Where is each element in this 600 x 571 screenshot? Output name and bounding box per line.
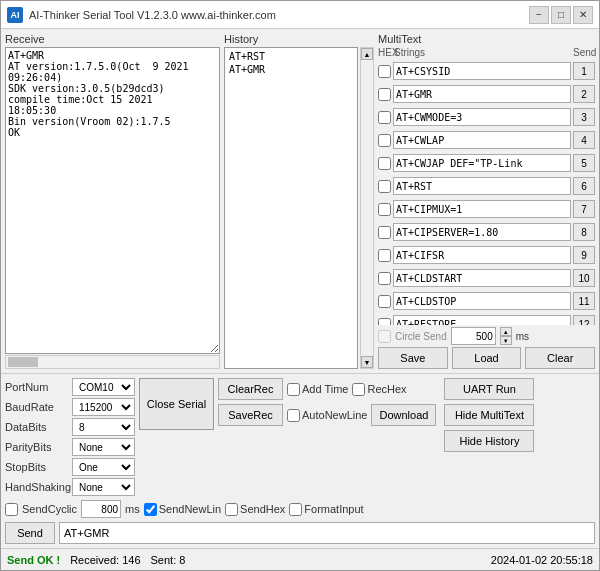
send-ok-status: Send OK ! <box>7 554 60 566</box>
multitext-row-checkbox[interactable] <box>378 318 391 326</box>
download-button[interactable]: Download <box>371 404 436 426</box>
multitext-row-input[interactable] <box>393 108 571 126</box>
hide-multitext-button[interactable]: Hide MultiText <box>444 404 534 426</box>
multitext-row: 3 <box>378 106 595 128</box>
scrollbar-up-btn[interactable]: ▲ <box>361 48 373 60</box>
scrollbar-down-btn[interactable]: ▼ <box>361 356 373 368</box>
paritybits-select[interactable]: None <box>72 438 135 456</box>
multitext-row-send-btn[interactable]: 10 <box>573 269 595 287</box>
format-input-checkbox[interactable] <box>289 503 302 516</box>
multitext-row-send-btn[interactable]: 6 <box>573 177 595 195</box>
cyclic-value-input[interactable] <box>81 500 121 518</box>
multitext-row-send-btn[interactable]: 7 <box>573 200 595 218</box>
send-newlin-checkbox[interactable] <box>144 503 157 516</box>
multitext-row-send-btn[interactable]: 4 <box>573 131 595 149</box>
baudrate-label: BaudRate <box>5 401 70 413</box>
databits-row: DataBits 8 <box>5 418 135 436</box>
history-item[interactable]: AT+RST <box>227 50 355 63</box>
circle-send-label: Circle Send <box>395 331 447 342</box>
addtime-checkbox[interactable] <box>287 383 300 396</box>
multitext-row-input[interactable] <box>393 62 571 80</box>
baudrate-select[interactable]: 115200 <box>72 398 135 416</box>
portnum-select[interactable]: COM10 <box>72 378 135 396</box>
col-strings-header: Strings <box>394 47 571 58</box>
saverec-button[interactable]: SaveRec <box>218 404 283 426</box>
multitext-row-checkbox[interactable] <box>378 295 391 308</box>
multitext-row-checkbox[interactable] <box>378 226 391 239</box>
load-button[interactable]: Load <box>452 347 522 369</box>
send-input[interactable] <box>59 522 595 544</box>
multitext-row: 12 <box>378 313 595 325</box>
circle-send-input[interactable] <box>451 327 496 345</box>
minimize-button[interactable]: − <box>529 6 549 24</box>
multitext-row-input[interactable] <box>393 131 571 149</box>
rechex-checkbox[interactable] <box>352 383 365 396</box>
multitext-row-input[interactable] <box>393 269 571 287</box>
send-hex-checkbox[interactable] <box>225 503 238 516</box>
multitext-row-input[interactable] <box>393 315 571 325</box>
multitext-row-checkbox[interactable] <box>378 88 391 101</box>
multitext-row-send-btn[interactable]: 8 <box>573 223 595 241</box>
close-button[interactable]: ✕ <box>573 6 593 24</box>
handshaking-select[interactable]: None <box>72 478 135 496</box>
multitext-row-input[interactable] <box>393 154 571 172</box>
multitext-row: 5 <box>378 152 595 174</box>
multitext-row-checkbox[interactable] <box>378 157 391 170</box>
multitext-row-send-btn[interactable]: 3 <box>573 108 595 126</box>
multitext-row: 4 <box>378 129 595 151</box>
multitext-row-checkbox[interactable] <box>378 203 391 216</box>
maximize-button[interactable]: □ <box>551 6 571 24</box>
multitext-row-send-btn[interactable]: 5 <box>573 154 595 172</box>
multitext-row-send-btn[interactable]: 12 <box>573 315 595 325</box>
history-scrollbar-v[interactable]: ▲ ▼ <box>360 47 374 369</box>
send-cyclic-label: SendCyclic <box>22 503 77 515</box>
spinner-down[interactable]: ▼ <box>500 336 512 345</box>
app-icon: AI <box>7 7 23 23</box>
autonewline-checkbox[interactable] <box>287 409 300 422</box>
mid-controls: ClearRec Add Time RecHex SaveRec <box>218 378 436 426</box>
multitext-row-send-btn[interactable]: 11 <box>573 292 595 310</box>
multitext-row-checkbox[interactable] <box>378 65 391 78</box>
multitext-row-send-btn[interactable]: 1 <box>573 62 595 80</box>
multitext-row-send-btn[interactable]: 2 <box>573 85 595 103</box>
rechex-label: RecHex <box>367 383 406 395</box>
multitext-row-input[interactable] <box>393 292 571 310</box>
multitext-row-input[interactable] <box>393 246 571 264</box>
databits-select[interactable]: 8 <box>72 418 135 436</box>
save-button[interactable]: Save <box>378 347 448 369</box>
multitext-row: 1 <box>378 60 595 82</box>
baudrate-row: BaudRate 115200 <box>5 398 135 416</box>
multitext-row-checkbox[interactable] <box>378 249 391 262</box>
multitext-row-input[interactable] <box>393 85 571 103</box>
multitext-row-checkbox[interactable] <box>378 180 391 193</box>
stopbits-select[interactable]: One <box>72 458 135 476</box>
multitext-row-input[interactable] <box>393 200 571 218</box>
history-area[interactable]: AT+RSTAT+GMR <box>224 47 358 369</box>
clearrec-button[interactable]: ClearRec <box>218 378 283 400</box>
receive-scrollbar-h[interactable] <box>5 355 220 369</box>
close-serial-button[interactable]: Close Serial <box>139 378 214 430</box>
circle-send-checkbox[interactable] <box>378 330 391 343</box>
multitext-row: 11 <box>378 290 595 312</box>
multitext-row-checkbox[interactable] <box>378 111 391 124</box>
timestamp-status: 2024-01-02 20:55:18 <box>491 554 593 566</box>
send-row: Send <box>5 522 595 544</box>
receive-area[interactable] <box>5 47 220 354</box>
history-item[interactable]: AT+GMR <box>227 63 355 76</box>
uart-run-button[interactable]: UART Run <box>444 378 534 400</box>
multitext-row-checkbox[interactable] <box>378 134 391 147</box>
multitext-row-input[interactable] <box>393 223 571 241</box>
multitext-row-checkbox[interactable] <box>378 272 391 285</box>
send-button[interactable]: Send <box>5 522 55 544</box>
send-cyclic-checkbox[interactable] <box>5 503 18 516</box>
multitext-row-input[interactable] <box>393 177 571 195</box>
clear-button[interactable]: Clear <box>525 347 595 369</box>
history-label: History <box>224 33 374 45</box>
rec-buttons-row: ClearRec Add Time RecHex <box>218 378 436 400</box>
multitext-row-send-btn[interactable]: 9 <box>573 246 595 264</box>
spinner-up[interactable]: ▲ <box>500 327 512 336</box>
hide-history-button[interactable]: Hide History <box>444 430 534 452</box>
mt-action-buttons: Save Load Clear <box>378 347 595 369</box>
stopbits-label: StopBits <box>5 461 70 473</box>
col-hex-header: HEX <box>378 47 392 58</box>
